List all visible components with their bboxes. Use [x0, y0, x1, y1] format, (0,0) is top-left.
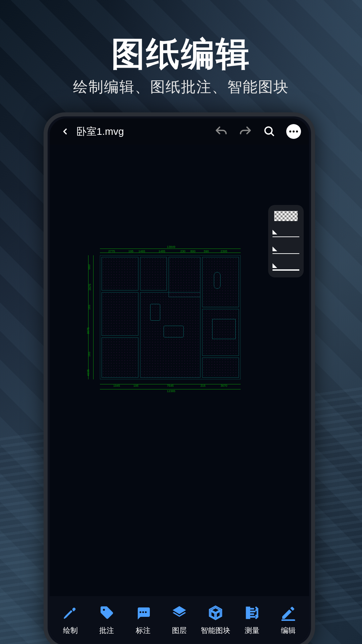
- color-transparent-swatch[interactable]: [274, 211, 298, 221]
- room: [102, 337, 138, 378]
- dimension-text: 13849: [167, 245, 175, 249]
- measure-icon: [243, 603, 261, 622]
- search-button[interactable]: [262, 124, 277, 139]
- room: [202, 257, 239, 307]
- tool-edit[interactable]: 编辑: [272, 603, 305, 636]
- tool-markup[interactable]: 标注: [126, 603, 160, 636]
- dimension-line: [100, 249, 241, 249]
- room: [102, 292, 138, 336]
- dimension-text: 12385: [167, 389, 175, 393]
- dimension-text: 195: [133, 384, 138, 387]
- linestyle-palette: [268, 205, 304, 277]
- tool-draw[interactable]: 绘制: [54, 603, 87, 636]
- redo-icon: [239, 126, 252, 137]
- linestyle-thin-2[interactable]: [273, 247, 299, 255]
- hero-subtitle: 绘制编辑、图纸批注、智能图块: [0, 77, 362, 97]
- furniture: [212, 319, 236, 339]
- room: [169, 257, 200, 297]
- dimension-text: 800: [190, 250, 195, 253]
- phone-frame: 卧室1.mvg: [44, 112, 315, 644]
- header-actions: [214, 124, 301, 139]
- filename-label: 卧室1.mvg: [76, 125, 210, 139]
- dimension-text: 7545: [167, 384, 174, 387]
- dimension-line: [100, 253, 241, 253]
- tag-icon: [97, 603, 116, 622]
- back-button[interactable]: [58, 124, 72, 139]
- hero-title: 图纸编辑: [0, 32, 362, 77]
- redo-button[interactable]: [238, 124, 253, 139]
- tool-label: 绘制: [63, 626, 78, 636]
- undo-icon: [215, 126, 228, 137]
- pen-icon: [61, 603, 80, 622]
- tool-label: 批注: [99, 626, 114, 636]
- dimension-text: 2775: [108, 250, 115, 253]
- cube-icon: [206, 603, 225, 622]
- svg-point-2: [293, 130, 295, 132]
- svg-point-5: [142, 611, 144, 613]
- tool-label: 标注: [136, 626, 150, 636]
- drawing-canvas[interactable]: 13849 2775 195 1465 1485 230 800 590 239…: [50, 145, 309, 596]
- bottom-toolbar: 绘制 批注 标注 图层: [50, 596, 309, 643]
- furniture: [150, 304, 160, 321]
- svg-point-6: [145, 611, 146, 613]
- room: [140, 257, 167, 290]
- tool-layers[interactable]: 图层: [163, 603, 196, 636]
- tool-annotate[interactable]: 批注: [90, 603, 123, 636]
- dimension-text: 1465: [138, 250, 145, 253]
- more-horizontal-icon: [289, 130, 298, 133]
- dimension-text: 215: [200, 384, 205, 387]
- tool-smartblock[interactable]: 智能图块: [199, 603, 232, 636]
- pencil-icon: [279, 603, 298, 622]
- dimension-text: 590: [204, 250, 209, 253]
- undo-button[interactable]: [214, 124, 229, 139]
- dimension-text: 3670: [221, 384, 227, 387]
- dimension-line: [93, 255, 94, 379]
- layers-icon: [170, 603, 189, 622]
- svg-point-1: [289, 130, 291, 132]
- dimension-text: 2675: [88, 284, 92, 290]
- furniture: [164, 326, 184, 337]
- tool-label: 编辑: [281, 626, 296, 636]
- linestyle-bold[interactable]: [273, 263, 299, 271]
- dimension-text: 230: [180, 250, 185, 253]
- chevron-left-icon: [60, 127, 70, 136]
- svg-point-3: [296, 130, 298, 132]
- tool-label: 智能图块: [201, 626, 230, 636]
- phone-screen: 卧室1.mvg: [50, 118, 309, 643]
- dimension-line: [88, 255, 88, 379]
- comment-icon: [134, 603, 153, 622]
- search-icon: [263, 125, 276, 138]
- furniture: [214, 272, 221, 289]
- more-button[interactable]: [286, 124, 301, 139]
- room: [202, 358, 239, 378]
- tool-label: 图层: [172, 626, 187, 636]
- dimension-text: 1485: [159, 250, 165, 253]
- svg-point-4: [139, 611, 141, 613]
- tool-label: 测量: [245, 626, 259, 636]
- tool-measure[interactable]: 测量: [235, 603, 269, 636]
- dimension-text: 195: [128, 250, 133, 253]
- floorplan-drawing: 13849 2775 195 1465 1485 230 800 590 239…: [80, 238, 251, 399]
- app-header: 卧室1.mvg: [50, 118, 309, 145]
- dimension-text: 1945: [113, 384, 120, 387]
- dimension-text: 2395: [221, 250, 227, 253]
- linestyle-thin-1[interactable]: [273, 230, 299, 238]
- room: [102, 257, 138, 290]
